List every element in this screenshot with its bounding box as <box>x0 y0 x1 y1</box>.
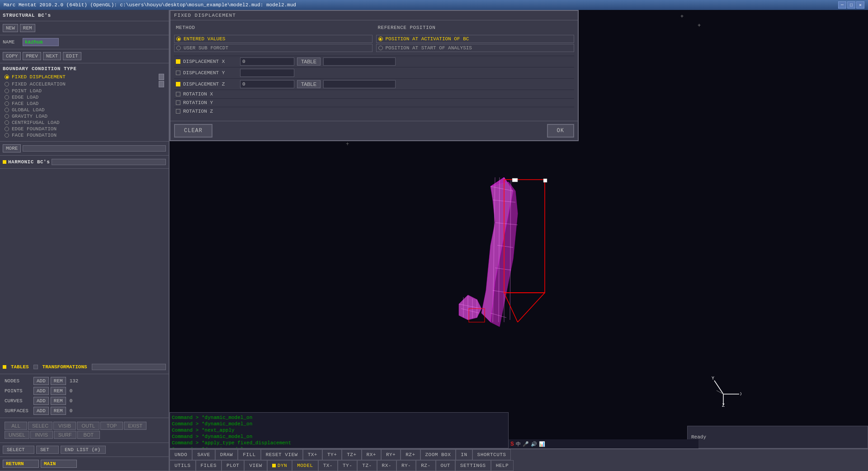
visib-button[interactable]: VISIB <box>53 422 76 430</box>
surfaces-add-button[interactable]: ADD <box>33 407 49 415</box>
fixed-displacement-slider[interactable] <box>159 74 164 80</box>
help-button[interactable]: HELP <box>491 460 514 471</box>
dyn-button[interactable]: DYN <box>267 460 292 471</box>
curves-rem-button[interactable]: REM <box>51 397 66 405</box>
rx-plus-button[interactable]: RX+ <box>362 449 381 460</box>
invis-button[interactable]: INVIS <box>30 431 53 439</box>
bc-edge-load[interactable]: EDGE LOAD <box>3 94 166 100</box>
displacement-x-checkbox[interactable] <box>176 59 180 64</box>
selec-button[interactable]: SELEC <box>28 422 52 430</box>
prev-button[interactable]: PREV <box>23 52 41 60</box>
tx-minus-button[interactable]: TX- <box>318 460 338 471</box>
displacement-y-input[interactable] <box>240 69 294 77</box>
bc-global-load[interactable]: GLOBAL LOAD <box>3 107 166 113</box>
all-button[interactable]: ALL <box>5 422 27 430</box>
bc-fixed-displacement[interactable]: FIXED DISPLACEMENT <box>3 73 166 81</box>
plot-button[interactable]: PLOT <box>222 460 244 471</box>
rotation-z-checkbox[interactable] <box>176 109 180 114</box>
main-button[interactable]: MAIN <box>41 460 77 468</box>
nodes-rem-button[interactable]: REM <box>51 377 66 385</box>
bc-point-load[interactable]: POINT LOAD <box>3 88 166 94</box>
position-at-activation-option[interactable]: POSITION AT ACTIVATION OF BC <box>376 35 575 43</box>
copy-button[interactable]: COPY <box>3 52 21 60</box>
bc-face-load[interactable]: FACE LOAD <box>3 100 166 107</box>
outl-button[interactable]: OUTL <box>77 422 99 430</box>
name-input[interactable] <box>23 38 59 46</box>
tx-plus-button[interactable]: TX+ <box>303 449 322 460</box>
tables-mini-btn[interactable] <box>33 365 38 369</box>
surfaces-rem-button[interactable]: REM <box>51 407 66 415</box>
tables-button[interactable]: TABLES <box>8 363 32 371</box>
rx-minus-button[interactable]: RX- <box>377 460 396 471</box>
tz-minus-button[interactable]: TZ- <box>357 460 377 471</box>
fill-button[interactable]: FILL <box>238 449 260 460</box>
displacement-z-table-btn[interactable]: TABLE <box>297 80 321 88</box>
select-button[interactable]: SELECT <box>3 446 34 454</box>
points-add-button[interactable]: ADD <box>33 387 49 395</box>
out-button[interactable]: OUT <box>436 460 455 471</box>
harmonic-bc-slider[interactable] <box>52 159 166 165</box>
transformations-button[interactable]: TRANSFORMATIONS <box>40 363 90 371</box>
utils-button[interactable]: UTILS <box>170 460 196 471</box>
displacement-z-checkbox[interactable] <box>176 82 180 86</box>
end-list-button[interactable]: END LIST (#) <box>61 446 106 454</box>
position-at-start-option[interactable]: POSITION AT START OF ANALYSIS <box>376 44 575 52</box>
edit-button[interactable]: EDIT <box>63 52 81 60</box>
bc-face-foundation[interactable]: FACE FOUNDATION <box>3 132 166 138</box>
points-rem-button[interactable]: REM <box>51 387 66 395</box>
tz-plus-button[interactable]: TZ+ <box>342 449 361 460</box>
curves-add-button[interactable]: ADD <box>33 397 49 405</box>
settings-button[interactable]: SETTINGS <box>455 460 491 471</box>
save-button[interactable]: SAVE <box>192 449 215 460</box>
bc-edge-foundation[interactable]: EDGE FOUNDATION <box>3 126 166 132</box>
ry-plus-button[interactable]: RY+ <box>381 449 401 460</box>
transformations-slider[interactable] <box>92 364 166 370</box>
displacement-x-table-input[interactable] <box>323 57 396 66</box>
shortcuts-button[interactable]: SHORTCUTS <box>472 449 511 460</box>
more-slider[interactable] <box>23 145 166 152</box>
ty-plus-button[interactable]: TY+ <box>322 449 342 460</box>
displacement-y-checkbox[interactable] <box>176 71 180 75</box>
view-button[interactable]: VIEW <box>244 460 267 471</box>
set-button[interactable]: SET <box>36 446 59 454</box>
ry-minus-button[interactable]: RY- <box>396 460 416 471</box>
model-button[interactable]: MODEL <box>292 460 318 471</box>
next-button[interactable]: NEXT <box>43 52 61 60</box>
exist-button[interactable]: EXIST <box>124 422 146 430</box>
rotation-y-checkbox[interactable] <box>176 100 180 105</box>
surf-button[interactable]: SURF <box>54 431 76 439</box>
displacement-z-table-input[interactable] <box>323 80 396 88</box>
close-button[interactable]: ✕ <box>856 1 864 9</box>
ty-minus-button[interactable]: TY- <box>338 460 357 471</box>
rz-minus-button[interactable]: RZ- <box>416 460 435 471</box>
zoom-box-button[interactable]: ZOOM BOX <box>420 449 456 460</box>
unsel-button[interactable]: UNSEL <box>5 431 29 439</box>
displacement-z-input[interactable] <box>240 80 294 88</box>
nodes-add-button[interactable]: ADD <box>33 377 49 385</box>
rem-button[interactable]: REM <box>20 24 35 32</box>
new-button[interactable]: NEW <box>3 24 18 32</box>
in-button[interactable]: IN <box>456 449 472 460</box>
more-button[interactable]: MORE <box>3 144 21 152</box>
fixed-acceleration-slider[interactable] <box>159 81 164 87</box>
files-button[interactable]: FILES <box>196 460 222 471</box>
bc-gravity-load[interactable]: GRAVITY LOAD <box>3 113 166 119</box>
top-button[interactable]: TOP <box>100 422 123 430</box>
draw-button[interactable]: DRAW <box>215 449 238 460</box>
viewport[interactable]: FIXED DISPLACEMENT METHOD REFERENCE POSI… <box>170 10 868 448</box>
restore-button[interactable]: □ <box>847 1 855 9</box>
bot-button[interactable]: BOT <box>77 431 100 439</box>
reset-view-button[interactable]: RESET VIEW <box>261 449 303 460</box>
entered-values-option[interactable]: ENTERED VALUES <box>174 35 373 43</box>
displacement-x-table-btn[interactable]: TABLE <box>297 57 321 66</box>
rz-plus-button[interactable]: RZ+ <box>401 449 420 460</box>
rotation-x-checkbox[interactable] <box>176 92 180 96</box>
displacement-x-input[interactable] <box>240 57 294 66</box>
undo-button[interactable]: UNDO <box>170 449 192 460</box>
clear-button[interactable]: CLEAR <box>174 124 212 138</box>
bc-fixed-acceleration[interactable]: FIXED ACCELERATION <box>3 81 166 88</box>
bc-centrifugal-load[interactable]: CENTRIFUGAL LOAD <box>3 119 166 126</box>
ok-button[interactable]: OK <box>547 124 574 138</box>
user-sub-option[interactable]: USER SUB FORCDT <box>174 44 373 52</box>
minimize-button[interactable]: ─ <box>838 1 846 9</box>
